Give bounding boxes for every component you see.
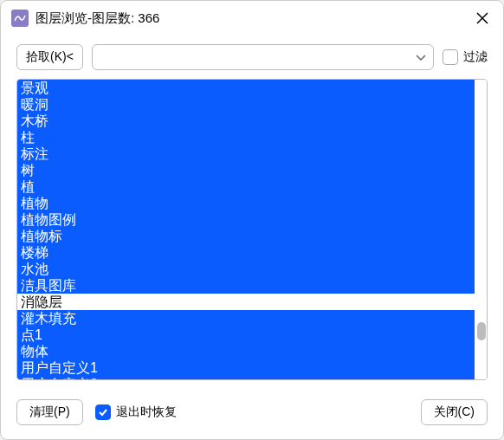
pick-button[interactable]: 拾取(K)<: [16, 44, 83, 70]
close-button[interactable]: 关闭(C): [421, 399, 488, 425]
list-item[interactable]: 树: [17, 162, 475, 178]
list-item[interactable]: 植: [17, 178, 475, 195]
layer-list: 景观暖洞木桥柱标注树植植物植物图例植物标楼梯水池洁具图库消隐层灌木填充点1物体用…: [16, 79, 488, 380]
restore-checkbox[interactable]: 退出时恢复: [95, 404, 177, 420]
list-item[interactable]: 暖洞: [17, 96, 475, 113]
filter-checkbox[interactable]: 过滤: [443, 49, 488, 65]
list-item[interactable]: 洁具图库: [17, 277, 475, 294]
list-item[interactable]: 标注: [17, 146, 475, 162]
list-item[interactable]: 柱: [17, 129, 475, 146]
close-icon[interactable]: [472, 8, 493, 29]
list-item[interactable]: 物体: [17, 343, 475, 359]
toolbar: 拾取(K)< 过滤: [1, 36, 503, 79]
list-item[interactable]: 木桥: [17, 113, 475, 129]
list-item[interactable]: 楼梯: [17, 244, 475, 261]
chevron-down-icon: [416, 50, 426, 64]
list-item[interactable]: 植物: [17, 195, 475, 211]
titlebar: 图层浏览-图层数: 366: [1, 1, 503, 36]
list-item[interactable]: 用户自定义1: [17, 359, 475, 376]
scrollbar-thumb[interactable]: [477, 322, 486, 340]
list-item[interactable]: 点1: [17, 327, 475, 343]
list-item[interactable]: 植物图例: [17, 211, 475, 228]
app-icon: [11, 10, 29, 27]
filter-label: 过滤: [463, 49, 488, 65]
cleanup-button[interactable]: 清理(P): [16, 399, 83, 425]
list-item[interactable]: 水池: [17, 261, 475, 277]
list-item[interactable]: 灌木填充: [17, 310, 475, 327]
list-item[interactable]: 消隐层: [17, 294, 475, 310]
restore-label: 退出时恢复: [116, 404, 177, 420]
footer: 清理(P) 退出时恢复 关闭(C): [1, 391, 503, 439]
checkbox-icon: [95, 404, 111, 420]
list-item[interactable]: 植物标: [17, 228, 475, 244]
list-item[interactable]: 用户自定义2: [17, 376, 475, 379]
list-item[interactable]: 景观: [17, 80, 475, 96]
list-viewport[interactable]: 景观暖洞木桥柱标注树植植物植物图例植物标楼梯水池洁具图库消隐层灌木填充点1物体用…: [17, 80, 475, 379]
checkbox-icon: [443, 49, 458, 65]
filter-combo[interactable]: [92, 44, 434, 70]
dialog-window: 图层浏览-图层数: 366 拾取(K)< 过滤 景观暖洞木桥柱标注树植植物植物图…: [0, 0, 504, 440]
scrollbar[interactable]: [475, 80, 487, 379]
window-title: 图层浏览-图层数: 366: [36, 10, 465, 27]
